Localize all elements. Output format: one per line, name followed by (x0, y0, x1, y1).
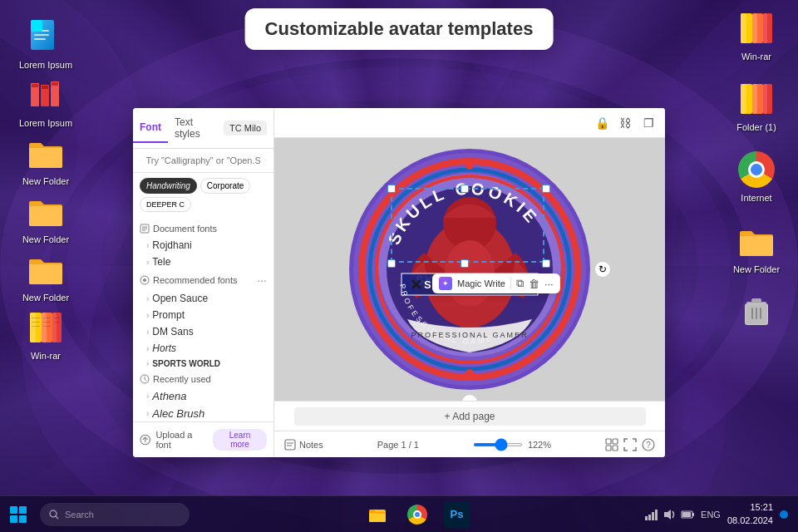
expand-icon-sportsworld: › (146, 359, 149, 368)
battery-icon[interactable] (681, 508, 694, 521)
font-item-prompt[interactable]: › Prompt (133, 307, 273, 323)
taskbar-lang-clock: ENG 15:21 08.02.2024 (701, 501, 773, 527)
font-list[interactable]: Document fonts › Rojdhani › Tele Reco (133, 217, 273, 421)
desktop-icon-newfolder3[interactable]: New Folder (12, 249, 79, 303)
svg-text:PROFESSIONAL GAMER: PROFESSIONAL GAMER (411, 331, 528, 339)
taskbar-right: ENG 15:21 08.02.2024 (644, 501, 798, 527)
desktop-icon-internet-right[interactable]: Internet (723, 150, 790, 204)
taskbar-search[interactable]: Search (40, 503, 190, 526)
upload-icon (140, 434, 150, 446)
filter-icon[interactable] (265, 154, 267, 167)
help-icon[interactable]: ? (642, 438, 655, 451)
taskbar-app-photoshop[interactable]: Ps (439, 496, 475, 533)
recommended-dots[interactable]: ··· (257, 273, 267, 287)
svg-rect-12 (32, 84, 38, 87)
font-name-tele: Tele (152, 256, 170, 268)
resize-handle-tl[interactable] (387, 185, 396, 193)
more-action[interactable]: ··· (544, 278, 554, 290)
add-page-button[interactable]: + Add page (294, 407, 646, 426)
resize-handle-tm[interactable] (461, 185, 469, 193)
svg-point-85 (466, 161, 474, 170)
zoom-slider[interactable] (473, 443, 523, 446)
svg-rect-30 (54, 322, 60, 323)
desktop-icon-winrar-right[interactable]: Win-rar (723, 8, 790, 62)
svg-rect-47 (751, 308, 753, 319)
taskbar-lang: ENG (701, 510, 721, 520)
learn-more-button[interactable]: Learn more (213, 429, 267, 451)
link-icon[interactable]: ⛓ (617, 115, 633, 131)
svg-rect-27 (43, 322, 51, 323)
font-item-tele[interactable]: › Tele (133, 254, 273, 270)
font-item-alecbrush[interactable]: › Alec Brush (133, 405, 273, 421)
rotate-handle[interactable]: ↻ (594, 261, 611, 278)
clock-date: 08.02.2024 (727, 515, 773, 527)
taskbar-tray (644, 508, 694, 521)
desktop-icon-lorem1[interactable]: Lorem Ipsum (12, 17, 79, 71)
volume-icon[interactable] (663, 508, 676, 521)
upload-font-label: Upload a font (155, 430, 208, 450)
network-icon[interactable] (644, 508, 658, 521)
desktop-icon-trash-right[interactable] (723, 292, 790, 335)
desktop-icon-winrar-left[interactable]: Win-rar (12, 308, 79, 362)
notification-dot[interactable] (780, 510, 788, 519)
expand-icon-tele: › (146, 258, 149, 267)
taskbar-app-explorer[interactable] (359, 496, 396, 533)
desktop-icon-newfolder1[interactable]: New Folder (12, 133, 79, 187)
resize-handle-br[interactable] (542, 259, 550, 268)
svg-point-50 (140, 160, 140, 160)
svg-rect-34 (752, 13, 757, 43)
svg-rect-25 (32, 326, 40, 327)
svg-text:✕: ✕ (410, 277, 422, 293)
svg-rect-32 (741, 13, 746, 43)
start-button[interactable] (0, 496, 37, 533)
desktop-icon-folder1-right[interactable]: Folder (1) (723, 79, 790, 133)
font-tag-deeperc[interactable]: DEEPER C (140, 197, 191, 212)
font-tag-corporate[interactable]: Corporate (200, 178, 250, 194)
desktop-icon-newfolder2[interactable]: New Folder (12, 191, 79, 245)
chrome-icon (738, 151, 775, 188)
svg-rect-91 (613, 439, 618, 444)
notes-label[interactable]: Notes (299, 440, 323, 450)
font-item-rojdhani[interactable]: › Rojdhani (133, 237, 273, 254)
copy-action[interactable]: ⧉ (516, 277, 524, 290)
font-item-horts[interactable]: › Horts (133, 340, 273, 357)
svg-rect-14 (42, 86, 48, 89)
lock-icon[interactable]: 🔒 (594, 115, 610, 131)
font-item-athena[interactable]: › Athena (133, 387, 273, 405)
fullscreen-icon[interactable] (623, 438, 637, 451)
resize-handle-bm[interactable] (461, 259, 469, 268)
grid-icon[interactable] (605, 438, 618, 451)
desktop-icon-lorem2[interactable]: Lorem Ipsum (12, 75, 79, 129)
canvas-page: SKULL COOKIE SKULL COOKIE SKULL COOKIE ✕… (345, 145, 594, 394)
divider1 (510, 278, 511, 289)
tab-font[interactable]: Font (133, 113, 168, 143)
font-item-dmsans[interactable]: › DM Sans (133, 323, 273, 340)
desktop-icon-label-internet-right: Internet (741, 193, 771, 204)
font-style-tags: Handwriting Corporate DEEPER C (133, 173, 273, 217)
tc-milo-badge[interactable]: TC Milo (224, 121, 267, 135)
resize-handle-bottom-center[interactable]: ⤡ (461, 394, 478, 401)
desktop-icon-newfolder-right[interactable]: New Folder (723, 221, 790, 275)
font-item-opensauce[interactable]: › Open Sauce (133, 290, 273, 307)
tooltip-text: Customizable avatar templates (265, 18, 534, 39)
magic-write-label[interactable]: Magic Write (457, 278, 505, 288)
taskbar-app-chrome[interactable] (399, 496, 436, 533)
canvas-main[interactable]: SKULL COOKIE SKULL COOKIE SKULL COOKIE ✕… (274, 138, 665, 401)
svg-rect-38 (741, 84, 746, 114)
resize-handle-tr[interactable] (542, 185, 550, 193)
font-name-horts: Horts (152, 342, 176, 354)
svg-rect-18 (30, 313, 36, 342)
font-search-input[interactable] (145, 155, 260, 165)
tooltip-banner: Customizable avatar templates (245, 8, 554, 50)
expand-icon-horts: › (146, 344, 149, 353)
tab-text-styles[interactable]: Text styles (168, 108, 217, 148)
delete-action[interactable]: 🗑 (529, 278, 539, 290)
font-item-sportsworld[interactable]: › SPORTS WORLD (133, 357, 273, 371)
font-name-sportsworld: SPORTS WORLD (152, 359, 220, 368)
font-tag-handwriting[interactable]: Handwriting (140, 178, 197, 194)
svg-point-86 (466, 369, 474, 377)
resize-handle-bl[interactable] (387, 259, 396, 268)
copy-icon[interactable]: ❐ (640, 115, 657, 131)
svg-rect-44 (751, 298, 761, 303)
desktop-icon-label-newfolder3: New Folder (22, 293, 69, 303)
